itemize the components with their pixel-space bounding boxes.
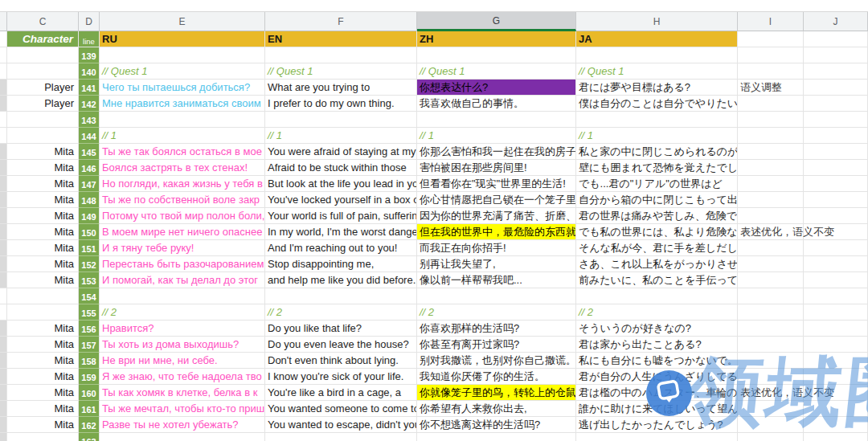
zh-cell[interactable]: 你那么害怕和我一起住在我的房子 [417, 144, 576, 160]
ru-cell[interactable]: И я тяну тебе руку! [100, 240, 265, 256]
empty-cell[interactable] [804, 144, 868, 160]
character-cell[interactable] [7, 304, 79, 321]
ru-cell[interactable]: Ты же мечтал, чтобы кто-то приш [100, 401, 265, 417]
character-cell[interactable]: Mita [7, 256, 79, 272]
col-b-cell[interactable] [0, 417, 7, 433]
ru-cell[interactable]: И помогай, как ты делал до этог [100, 272, 265, 288]
en-cell[interactable]: Stop disappointing me, [265, 256, 417, 272]
character-cell[interactable] [7, 288, 79, 304]
character-cell[interactable]: Mita [7, 144, 79, 160]
note-cell[interactable]: 语义调整 [738, 80, 804, 96]
zh-cell[interactable]: 你希望有人来救你出去, [417, 401, 576, 417]
en-cell[interactable]: // 1 [265, 128, 417, 144]
ru-cell[interactable]: // 2 [100, 304, 265, 321]
col-b-cell[interactable] [0, 47, 7, 63]
en-cell[interactable]: // Quest 1 [265, 63, 417, 80]
line-number-cell[interactable]: 143 [79, 112, 100, 128]
empty-cell[interactable] [804, 160, 868, 176]
note-cell[interactable] [738, 304, 804, 321]
col-b-cell[interactable] [0, 304, 7, 321]
zh-cell[interactable]: 但看看你在"现实"世界里的生活! [417, 176, 576, 192]
note-cell[interactable] [738, 240, 804, 256]
col-b-cell[interactable] [0, 96, 7, 112]
en-cell[interactable] [265, 433, 417, 441]
zh-cell[interactable]: 害怕被困在那些房间里! [417, 160, 576, 176]
line-number-cell[interactable]: 139 [79, 47, 100, 63]
ru-cell[interactable]: Разве ты не хотел убежать? [100, 417, 265, 433]
col-b-cell[interactable] [0, 401, 7, 417]
ru-cell[interactable]: Ты хоть из дома выходишь? [100, 337, 265, 353]
zh-cell[interactable]: 你心甘情愿把自己锁在一个笼子里 [417, 192, 576, 208]
line-number-cell[interactable]: 160 [79, 385, 100, 401]
ja-cell[interactable]: 壁にも囲まれて恐怖を覚えたでし [576, 160, 738, 176]
note-cell[interactable]: 表述优化，语义不变 [738, 385, 804, 401]
note-cell[interactable] [738, 288, 804, 304]
ja-cell[interactable]: 私にも自分にも嘘をつかないで。 [576, 353, 738, 369]
empty-cell[interactable] [804, 304, 868, 321]
character-cell[interactable]: Mita [7, 401, 79, 417]
ja-cell[interactable]: でも...君の"リアル"の世界はど [576, 176, 738, 192]
empty-cell[interactable] [804, 240, 868, 256]
en-cell[interactable]: You wanted to escape, didn't you? [265, 417, 417, 433]
empty-cell[interactable] [804, 128, 868, 144]
ja-cell[interactable]: 君が自分の人生にうんざりしてる [576, 369, 738, 385]
empty-cell[interactable] [804, 63, 868, 80]
column-letter-J[interactable]: J [804, 12, 868, 31]
ja-cell[interactable]: // Quest 1 [576, 63, 738, 80]
ja-cell[interactable]: 逃げ出したかったんでしょう? [576, 417, 738, 433]
col-b-cell[interactable] [0, 337, 7, 353]
line-number-cell[interactable]: 152 [79, 256, 100, 272]
ru-cell[interactable]: Я же знаю, что тебе надоела тво [100, 369, 265, 385]
col-b-cell[interactable] [0, 240, 7, 256]
note-cell[interactable] [738, 417, 804, 433]
ru-cell[interactable]: Ты же так боялся остаться в мое [100, 144, 265, 160]
ru-cell[interactable] [100, 288, 265, 304]
ru-cell[interactable]: Перестань быть разочарованием [100, 256, 265, 272]
note-cell[interactable] [738, 192, 804, 208]
character-header[interactable]: Character [7, 31, 79, 47]
ja-header[interactable]: JA [576, 31, 738, 47]
empty-cell[interactable] [804, 433, 868, 441]
note-cell[interactable] [738, 433, 804, 441]
line-number-cell[interactable]: 153 [79, 272, 100, 288]
line-number-cell[interactable]: 147 [79, 176, 100, 192]
col-b-cell[interactable] [0, 112, 7, 128]
zh-cell[interactable]: 我喜欢做自己的事情。 [417, 96, 576, 112]
character-cell[interactable] [7, 63, 79, 80]
zh-cell[interactable]: 你不想逃离这样的生活吗? [417, 417, 576, 433]
en-cell[interactable]: I prefer to do my own thing. [265, 96, 417, 112]
empty-cell[interactable] [804, 256, 868, 272]
empty-cell[interactable] [804, 176, 868, 192]
empty-cell[interactable] [804, 96, 868, 112]
zh-cell[interactable]: 因为你的世界充满了痛苦、折磨、 [417, 208, 576, 224]
zh-cell[interactable]: 你想表达什么? [417, 80, 576, 96]
en-cell[interactable] [265, 288, 417, 304]
zh-cell[interactable]: 你喜欢那样的生活吗? [417, 321, 576, 337]
en-cell[interactable]: Afraid to be stuck within those [265, 160, 417, 176]
character-cell[interactable]: Mita [7, 240, 79, 256]
column-letter-G[interactable]: G [417, 12, 576, 31]
column-letter-E[interactable]: E [100, 12, 265, 31]
ru-header[interactable]: RU [100, 31, 265, 47]
empty-cell[interactable] [804, 337, 868, 353]
character-cell[interactable] [7, 128, 79, 144]
zh-cell[interactable] [417, 433, 576, 441]
line-number-cell[interactable]: 156 [79, 321, 100, 337]
ja-cell[interactable] [576, 47, 738, 63]
note-cell[interactable] [738, 160, 804, 176]
line-number-cell[interactable]: 150 [79, 224, 100, 240]
ru-cell[interactable]: // Quest 1 [100, 63, 265, 80]
line-header[interactable]: line [79, 31, 100, 47]
character-cell[interactable]: Mita [7, 321, 79, 337]
en-cell[interactable]: I know you're sick of your life. [265, 369, 417, 385]
line-number-cell[interactable]: 155 [79, 304, 100, 321]
en-cell[interactable]: Do you like that life? [265, 321, 417, 337]
zh-cell[interactable]: 别再让我失望了, [417, 256, 576, 272]
note-cell[interactable] [738, 272, 804, 288]
en-cell[interactable]: And I'm reaching out to you! [265, 240, 417, 256]
zh-cell[interactable] [417, 47, 576, 63]
column-letter-F[interactable]: F [265, 12, 417, 31]
en-cell[interactable]: You were afraid of staying at my [265, 144, 417, 160]
ru-cell[interactable]: Но погляди, какая жизнь у тебя в [100, 176, 265, 192]
ja-cell[interactable]: でも私の世界には、私より危険な [576, 224, 738, 240]
